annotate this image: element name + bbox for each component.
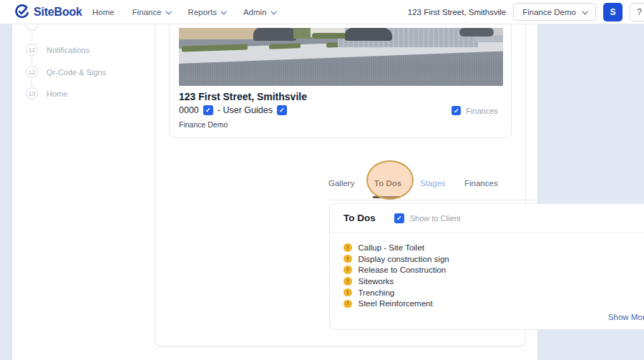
show-to-client-label: Show to Client — [410, 214, 461, 223]
chevron-down-icon — [582, 9, 587, 14]
warning-icon — [343, 266, 352, 274]
tab-to-dos[interactable]: To Dos — [374, 179, 401, 188]
property-code: 0000 — [179, 105, 199, 115]
show-to-client-checkbox[interactable] — [394, 213, 404, 223]
todo-item[interactable]: Display construction sign — [343, 253, 644, 265]
nav-finance[interactable]: Finance — [132, 8, 170, 16]
step-number-circle: 13 — [26, 87, 38, 99]
active-tab-indicator — [373, 196, 400, 198]
sidebar-step-qr-code-signs[interactable]: 12 Qr-Code & Signs — [26, 66, 106, 78]
avatar[interactable]: S — [603, 3, 623, 21]
tab-stages[interactable]: Stages — [420, 179, 446, 188]
photo-car — [459, 28, 494, 37]
todos-panel: To Dos Show to Client Callup - Site Toil… — [329, 203, 644, 330]
step-number-circle: 11 — [26, 44, 38, 56]
top-navigation-bar: SiteBook Home Finance Reports Admin 123 … — [0, 0, 644, 24]
tab-bar-divider — [328, 200, 644, 200]
sidebar-step-home[interactable]: 13 Home — [26, 87, 67, 99]
main-nav: Home Finance Reports Admin — [92, 0, 275, 24]
finances-toggle-row: Finances — [452, 106, 498, 115]
app-window: 11 Notifications 12 Qr-Code & Signs 13 H… — [0, 0, 644, 360]
code-checkbox[interactable] — [203, 105, 213, 115]
photo-van — [494, 28, 503, 35]
current-address: 123 First Street, Smithsvile — [408, 8, 506, 16]
chevron-down-icon — [270, 9, 276, 14]
todo-item[interactable]: Trenching — [343, 287, 644, 298]
photo-car — [345, 28, 392, 41]
photo-hedge — [293, 28, 312, 39]
todo-item[interactable]: Callup - Site Toilet — [343, 242, 644, 253]
project-selector-button[interactable]: Finance Demo — [513, 3, 596, 21]
show-more-link[interactable]: Show More — [608, 313, 644, 321]
nav-admin[interactable]: Admin — [243, 8, 275, 16]
finances-label: Finances — [466, 107, 498, 115]
step-connector — [31, 32, 32, 42]
warning-icon — [343, 288, 352, 297]
user-guides-checkbox[interactable] — [277, 105, 287, 115]
tab-finances[interactable]: Finances — [464, 179, 498, 188]
finances-checkbox[interactable] — [452, 106, 461, 115]
tab-gallery[interactable]: Gallery — [328, 179, 354, 188]
sidebar-step-notifications[interactable]: 11 Notifications — [26, 44, 89, 56]
sitebook-logo-icon — [14, 4, 29, 19]
chevron-down-icon — [165, 9, 171, 14]
step-label: Home — [47, 89, 67, 98]
todos-title: To Dos — [343, 213, 376, 223]
step-label: Qr-Code & Signs — [47, 68, 106, 77]
top-right-cluster: 123 First Street, Smithsvile Finance Dem… — [408, 0, 644, 24]
todo-item[interactable]: Release to Construction — [343, 264, 644, 276]
todo-item[interactable]: Steel Reinforcement — [343, 298, 644, 309]
property-photo — [179, 28, 503, 86]
warning-icon — [343, 300, 352, 308]
help-button[interactable]: ? — [630, 3, 644, 21]
property-subtitle: Finance Demo — [179, 120, 228, 129]
property-code-suffix: - User Guides — [218, 105, 273, 115]
nav-home[interactable]: Home — [92, 8, 114, 16]
step-number-circle: 12 — [26, 66, 38, 78]
sitebook-logo[interactable]: SiteBook — [14, 0, 82, 24]
step-connector — [31, 57, 32, 65]
project-detail-card: 123 First Street, Smithsvile 0000 - User… — [155, 14, 526, 346]
step-label: Notifications — [47, 46, 89, 54]
warning-icon — [343, 255, 352, 263]
photo-car — [253, 28, 296, 41]
todos-panel-header: To Dos Show to Client — [330, 204, 644, 232]
photo-building — [179, 28, 256, 39]
warning-icon — [343, 277, 352, 286]
step-connector — [31, 79, 32, 87]
chevron-down-icon — [220, 9, 226, 14]
property-title: 123 First Street, Smithsvile — [179, 91, 307, 102]
nav-reports[interactable]: Reports — [188, 8, 225, 16]
todo-list: Callup - Site Toilet Display constructio… — [330, 233, 644, 309]
todo-item[interactable]: Siteworks — [343, 276, 644, 287]
warning-icon — [343, 243, 352, 252]
property-code-row: 0000 - User Guides — [179, 105, 287, 115]
property-summary-card: 123 First Street, Smithsvile 0000 - User… — [169, 19, 512, 138]
logo-text: SiteBook — [34, 6, 82, 19]
